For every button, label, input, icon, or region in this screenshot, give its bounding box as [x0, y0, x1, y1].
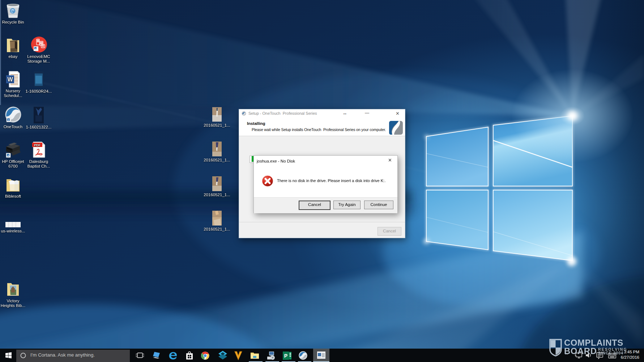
svg-text:P: P [284, 353, 287, 359]
svg-text:W: W [7, 76, 13, 83]
svg-text:PDF: PDF [34, 143, 41, 147]
